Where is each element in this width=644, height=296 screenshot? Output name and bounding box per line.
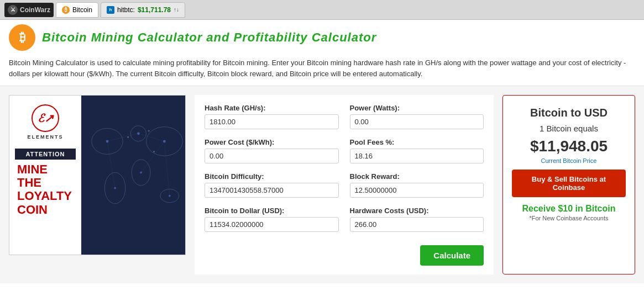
elements-brand: Elements xyxy=(27,134,63,140)
tab-bitcoin-label: Bitcoin xyxy=(72,6,92,14)
hitbtc-price: $11,711.78 xyxy=(138,6,171,14)
power-cost-input[interactable] xyxy=(205,149,339,163)
pool-fees-group: Pool Fees %: xyxy=(344,134,490,168)
coinwarz-logo-text: CoinWarz xyxy=(20,6,50,14)
svg-point-13 xyxy=(137,132,140,135)
svg-point-15 xyxy=(114,187,116,189)
block-reward-group: Block Reward: xyxy=(344,168,490,202)
svg-point-17 xyxy=(169,195,171,197)
calculator-form: Hash Rate (GH/s): Power (Watts): Power C… xyxy=(195,95,494,274)
new-accounts-label: *For New Coinbase Accounts xyxy=(529,215,608,221)
price-panel-amount: $11,948.05 xyxy=(530,138,608,155)
bitcoin-favicon: ₿ xyxy=(62,6,70,14)
hardware-costs-input[interactable] xyxy=(350,217,484,232)
browser-bar: ⚔ CoinWarz ₿ Bitcoin h hitbtc: $11,711.7… xyxy=(0,0,644,20)
coinwarz-logo: ⚔ CoinWarz xyxy=(4,3,54,17)
ad-attention: ATTENTION xyxy=(15,149,76,160)
ad-banner[interactable]: ℰ↗ Elements ATTENTION MINE THE LOYALTY C… xyxy=(9,95,186,255)
buy-sell-button[interactable]: Buy & Sell Bitcoins at Coinbase xyxy=(512,170,626,197)
svg-point-20 xyxy=(148,130,150,132)
ad-top: ℰ↗ Elements ATTENTION MINE THE LOYALTY C… xyxy=(9,96,185,255)
power-cost-group: Power Cost ($/kWh): xyxy=(199,134,344,168)
hardware-costs-group: Hardware Costs (USD): xyxy=(344,202,490,236)
difficulty-label: Bitcoin Difficulty: xyxy=(205,172,339,181)
elements-icon: ℰ↗ xyxy=(38,112,54,125)
ad-map xyxy=(81,96,185,255)
svg-point-19 xyxy=(153,151,155,152)
svg-point-12 xyxy=(106,140,109,143)
elements-logo: ℰ↗ xyxy=(32,104,59,132)
power-label: Power (Watts): xyxy=(350,104,484,112)
btc-logo-circle: ₿ xyxy=(9,24,35,51)
coinwarz-logo-icon: ⚔ xyxy=(8,5,18,15)
svg-point-14 xyxy=(163,140,166,143)
ad-line1: MINE THE xyxy=(17,163,74,189)
ad-line2: LOYALTY xyxy=(17,189,74,203)
page-header: ₿ Bitcoin Mining Calculator and Profitab… xyxy=(0,20,644,53)
btc-dollar-group: Bitcoin to Dollar (USD): xyxy=(199,202,344,236)
hash-rate-label: Hash Rate (GH/s): xyxy=(205,104,339,112)
btc-dollar-label: Bitcoin to Dollar (USD): xyxy=(205,207,339,215)
tab-bitcoin[interactable]: ₿ Bitcoin xyxy=(56,2,98,18)
calculate-row: Calculate xyxy=(195,241,494,274)
calculate-button[interactable]: Calculate xyxy=(420,245,484,266)
svg-point-18 xyxy=(127,136,129,138)
tab-hitbtc-label: hitbtc: xyxy=(117,6,135,14)
hash-rate-group: Hash Rate (GH/s): xyxy=(199,99,344,134)
btc-dollar-input[interactable] xyxy=(205,217,339,232)
receive-label: Receive $10 in Bitcoin xyxy=(522,204,616,214)
ad-left: ℰ↗ Elements ATTENTION MINE THE LOYALTY C… xyxy=(9,96,81,255)
svg-rect-0 xyxy=(81,100,185,251)
page-description: Bitcoin Mining Calculator is used to cal… xyxy=(0,53,644,86)
power-group: Power (Watts): xyxy=(344,99,490,134)
price-panel: Bitcoin to USD 1 Bitcoin equals $11,948.… xyxy=(502,95,635,274)
hitbtc-favicon: h xyxy=(107,6,114,14)
svg-point-16 xyxy=(140,171,142,173)
power-cost-label: Power Cost ($/kWh): xyxy=(205,138,339,146)
difficulty-group: Bitcoin Difficulty: xyxy=(199,168,344,202)
bitcoin-logo: ₿ xyxy=(9,24,35,51)
power-input[interactable] xyxy=(350,114,484,129)
page: ₿ Bitcoin Mining Calculator and Profitab… xyxy=(0,20,644,296)
price-arrows: ↑↓ xyxy=(174,7,179,13)
pool-fees-input[interactable] xyxy=(350,149,484,163)
current-price-label: Current Bitcoin Price xyxy=(541,157,597,164)
block-reward-label: Block Reward: xyxy=(350,172,484,181)
hardware-costs-label: Hardware Costs (USD): xyxy=(350,207,484,215)
price-panel-subtitle: 1 Bitcoin equals xyxy=(540,124,598,133)
difficulty-input[interactable] xyxy=(205,183,339,198)
page-title: Bitcoin Mining Calculator and Profitabil… xyxy=(42,30,376,45)
form-grid: Hash Rate (GH/s): Power (Watts): Power C… xyxy=(195,95,494,241)
ad-text-block: MINE THE LOYALTY COIN xyxy=(15,160,76,220)
ad-line3: COIN xyxy=(17,203,74,216)
tab-hitbtc[interactable]: h hitbtc: $11,711.78 ↑↓ xyxy=(101,2,185,18)
pool-fees-label: Pool Fees %: xyxy=(350,138,484,146)
main-content: ℰ↗ Elements ATTENTION MINE THE LOYALTY C… xyxy=(0,86,644,283)
hash-rate-input[interactable] xyxy=(205,114,339,129)
block-reward-input[interactable] xyxy=(350,183,484,198)
price-panel-title: Bitcoin to USD xyxy=(530,107,608,119)
